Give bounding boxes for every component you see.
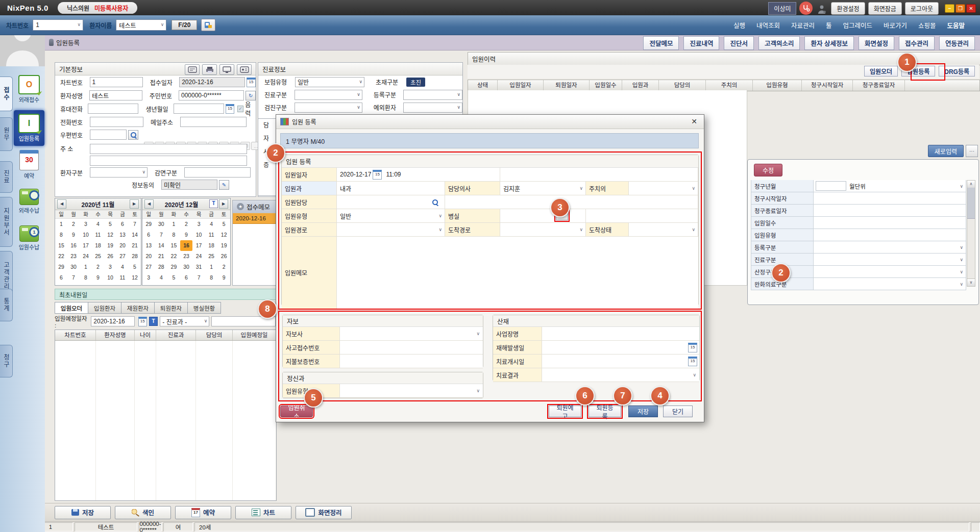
toolbar-button[interactable]: 화면정리 <box>296 506 352 519</box>
sidebar-item-admission-register[interactable]: I 입원등록 <box>14 110 44 146</box>
adm-type-select[interactable]: 일반 <box>337 209 445 222</box>
patient-type-select[interactable] <box>90 167 148 178</box>
calendar-day[interactable]: 9 <box>217 272 230 283</box>
calendar-day[interactable]: 5 <box>217 219 230 230</box>
calendar-day[interactable]: 22 <box>55 251 67 262</box>
menu-item[interactable]: 자료관리 <box>791 20 815 30</box>
claim-row-value[interactable]: 월단위 <box>814 180 966 192</box>
calendar-day[interactable]: 8 <box>80 272 92 283</box>
calendar-day[interactable]: 18 <box>92 240 104 251</box>
refresh-icon[interactable]: ↻ <box>246 91 256 100</box>
calendar-prev-icon[interactable]: ◀ <box>144 199 154 209</box>
exception-patient-select[interactable] <box>403 103 462 113</box>
adm-time[interactable]: 11:09 <box>386 171 401 178</box>
calendar-day[interactable]: 11 <box>92 230 104 240</box>
calendar-day[interactable]: 1 <box>80 262 92 272</box>
calendar-day[interactable]: 5 <box>129 262 141 272</box>
admission-order-button[interactable]: 입원오더 <box>864 66 898 77</box>
calendar-day[interactable]: 6 <box>55 272 67 283</box>
sanjae-row-field[interactable] <box>542 368 699 382</box>
calendar-day[interactable]: 30 <box>180 262 193 272</box>
user-settings-icon[interactable] <box>816 2 828 14</box>
calendar-day[interactable]: 14 <box>155 240 168 251</box>
calendar-day[interactable]: 7 <box>129 219 141 230</box>
toolbar-button[interactable]: 색인 <box>115 506 171 519</box>
claim-row-value[interactable] <box>814 229 966 241</box>
edit-icon[interactable]: ✎ <box>219 180 229 190</box>
patient-table-header[interactable]: 나이 <box>135 330 156 340</box>
schedule-today-button[interactable]: T <box>149 317 158 326</box>
sidebar-tab[interactable]: 접수 <box>0 77 13 111</box>
patient-name-field[interactable]: 테스트 <box>89 90 142 100</box>
calendar-day[interactable]: 19 <box>217 240 230 251</box>
lower-tab[interactable]: 퇴원환자 <box>154 302 187 314</box>
calendar-day[interactable]: 12 <box>104 230 116 240</box>
calendar-day[interactable]: 17 <box>80 240 92 251</box>
reduction-field[interactable] <box>184 167 251 178</box>
user-name-badge[interactable]: 이상미 <box>768 2 796 15</box>
patient-table-header[interactable]: 환자성명 <box>96 330 135 340</box>
calendar-prev-icon[interactable]: ◀ <box>57 199 66 209</box>
adm-memo-area[interactable] <box>337 237 698 309</box>
calendar-day[interactable]: 4 <box>155 272 168 283</box>
menu-item[interactable]: 도움말 <box>947 20 965 30</box>
lower-tab[interactable]: 재원환자 <box>121 302 154 314</box>
menu-item[interactable]: 업그레이드 <box>843 20 872 30</box>
calendar-day[interactable]: 13 <box>142 240 155 251</box>
calendar-day[interactable]: 29 <box>167 262 180 272</box>
lower-tab[interactable]: 병실현황 <box>187 302 221 314</box>
calendar-today-button[interactable]: T <box>209 199 218 208</box>
register-type-select[interactable] <box>403 90 462 100</box>
room-field[interactable]: ··· <box>500 209 586 222</box>
calendar-day[interactable]: 21 <box>129 240 141 251</box>
history-column-header[interactable]: 주치의 <box>706 80 753 91</box>
arrival-state-select[interactable] <box>629 223 698 236</box>
calendar-day[interactable]: 10 <box>80 230 92 240</box>
env-settings-button[interactable]: 환경설정 <box>831 2 865 15</box>
discharge-register-button[interactable]: 퇴원등록 <box>589 406 621 417</box>
calendar-day[interactable]: 16 <box>180 240 193 251</box>
window-minimize-button[interactable]: – <box>945 4 954 13</box>
calendar-day[interactable]: 4 <box>92 219 104 230</box>
calendar-day[interactable]: 22 <box>167 251 180 262</box>
calendar-day[interactable]: 2 <box>67 219 80 230</box>
claim-row-value[interactable] <box>814 192 966 204</box>
sidebar-item-inpatient-payment[interactable]: 1 입원수납 <box>14 220 44 256</box>
calendar-day[interactable]: 28 <box>155 262 168 272</box>
toolbar-button[interactable]: 차트 <box>235 506 291 519</box>
calendar-day[interactable]: 27 <box>142 262 155 272</box>
arrival-path-select[interactable] <box>500 223 586 236</box>
scroll-up-icon[interactable]: ∧ <box>967 181 975 188</box>
calendar-icon[interactable] <box>247 78 256 87</box>
lunar-checkbox[interactable]: ✓ <box>237 106 243 112</box>
logout-button[interactable]: 로그아웃 <box>905 2 939 15</box>
calendar-day[interactable]: 2 <box>180 219 193 230</box>
claim-row-value[interactable] <box>814 278 966 290</box>
patient-name-combo[interactable]: 테스트 <box>116 19 166 31</box>
calendar-day[interactable]: 4 <box>116 262 129 272</box>
calendar-day[interactable]: 11 <box>116 272 129 283</box>
claim-row-value[interactable] <box>814 205 966 216</box>
patient-table-header[interactable]: 진료과 <box>156 330 196 340</box>
rrn-field[interactable]: 000000-0****** <box>179 90 244 100</box>
zip-field[interactable] <box>90 130 127 140</box>
patient-table-header[interactable]: 입원예정일 <box>233 330 276 340</box>
calendar-day[interactable]: 14 <box>129 230 141 240</box>
sidebar-tab[interactable]: 진료 <box>0 161 13 193</box>
calendar-day[interactable]: 1 <box>55 219 67 230</box>
calendar-day[interactable]: 23 <box>180 251 193 262</box>
calendar-day[interactable]: 5 <box>167 272 180 283</box>
close-button[interactable]: 닫기 <box>663 406 693 417</box>
sanjae-row-field[interactable] <box>542 327 699 340</box>
window-close-button[interactable]: ✕ <box>966 4 976 13</box>
calendar-day[interactable]: 11 <box>205 230 218 240</box>
lower-tab[interactable]: 입원오더 <box>55 302 88 314</box>
subbar-button[interactable]: 진단서 <box>724 36 754 50</box>
attending-select[interactable] <box>629 182 698 195</box>
lower-tab[interactable]: 입원환자 <box>88 302 121 314</box>
schedule-date-field[interactable]: 2020-12-16 <box>91 316 134 326</box>
menu-item[interactable]: 쇼핑몰 <box>918 20 936 30</box>
toolbar-button[interactable]: 저장 <box>55 506 111 519</box>
calendar-day[interactable]: 9 <box>92 272 104 283</box>
calendar-day[interactable]: 13 <box>116 230 129 240</box>
